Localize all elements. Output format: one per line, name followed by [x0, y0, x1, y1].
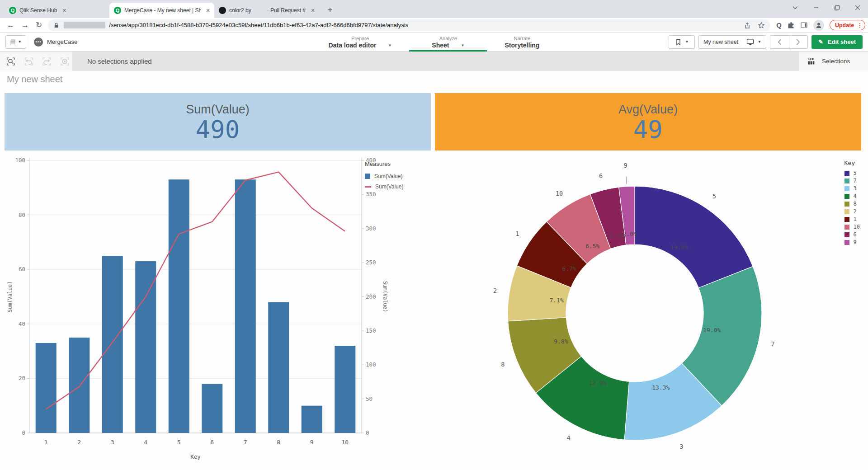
slice-key-label: 9: [623, 162, 627, 169]
left-axis-tick-label: 80: [19, 212, 25, 218]
bar[interactable]: [102, 256, 123, 433]
step-back-icon[interactable]: [21, 53, 37, 69]
bar[interactable]: [36, 343, 57, 433]
bar[interactable]: [169, 179, 189, 433]
bar[interactable]: [302, 406, 322, 433]
x-axis-tick-label: 9: [310, 439, 314, 446]
x-axis-tick-label: 3: [111, 439, 114, 446]
sheet-area: My new sheet Sum(Value) 490 Avg(Value) 4…: [0, 71, 868, 470]
x-axis-tick-label: 4: [144, 439, 147, 446]
line-series[interactable]: [46, 172, 345, 409]
browser-tab[interactable]: QQlik Sense Hub✕: [5, 3, 109, 18]
selections-label: Selections: [822, 58, 850, 65]
slice-key-label: 8: [501, 361, 505, 368]
kpi-row: Sum(Value) 490 Avg(Value) 49: [5, 93, 861, 150]
x-axis-title: Key: [190, 453, 201, 460]
menu-dots-icon: ⋮: [857, 22, 863, 28]
extensions-puzzle-icon[interactable]: [787, 21, 795, 29]
selections-bar: No selections applied Selections: [0, 52, 868, 71]
donut-slice[interactable]: [635, 186, 753, 288]
kpi-sum-value[interactable]: Sum(Value) 490: [5, 93, 431, 150]
forward-icon[interactable]: →: [21, 21, 29, 29]
right-axis-tick-label: 200: [366, 293, 376, 300]
bookmark-star-icon[interactable]: [758, 22, 765, 29]
smart-search-icon[interactable]: [3, 53, 19, 69]
slice-percent-label: 19.0%: [703, 327, 721, 334]
slice-key-label: 4: [566, 434, 570, 442]
kpi-value: 49: [633, 116, 663, 143]
back-icon[interactable]: ←: [7, 21, 14, 29]
right-axis-tick-label: 300: [366, 225, 376, 232]
x-axis-tick-label: 2: [77, 439, 81, 446]
bar[interactable]: [335, 346, 355, 433]
q-extension-icon[interactable]: Q: [776, 21, 782, 29]
close-window-icon[interactable]: [847, 0, 868, 15]
tab-close-icon[interactable]: ✕: [309, 7, 316, 14]
tab-search-icon[interactable]: [785, 0, 806, 15]
bar[interactable]: [69, 338, 90, 433]
reload-icon[interactable]: ↻: [36, 21, 42, 29]
donut-chart[interactable]: Key 57348211069 19.0%519.0%713.3%312.9%4…: [432, 155, 863, 465]
new-tab-button[interactable]: +: [324, 4, 336, 16]
left-axis-tick-label: 100: [15, 157, 25, 164]
browser-tab[interactable]: QMergeCase - My new sheet | She✕: [109, 3, 214, 18]
chevron-down-icon: ▼: [461, 42, 464, 49]
legend-label: Sum(Value): [375, 183, 403, 190]
tab-close-icon[interactable]: ✕: [204, 7, 212, 14]
selections-tool-button[interactable]: Selections: [799, 52, 868, 71]
share-icon[interactable]: [744, 22, 751, 29]
nav-narrate[interactable]: Narrate Storytelling: [504, 33, 540, 52]
bar[interactable]: [235, 179, 256, 433]
nav-prepare[interactable]: Prepare Data load editor▼: [328, 33, 393, 52]
qlik-nav: Prepare Data load editor▼ Analyze Sheet▼…: [0, 33, 868, 52]
x-axis-tick-label: 7: [244, 439, 247, 446]
sheet-title: My new sheet: [7, 74, 62, 85]
legend-item: Sum(Value): [365, 173, 432, 179]
right-axis-tick-label: 100: [366, 361, 376, 368]
right-axis-tick-label: 0: [366, 429, 369, 436]
profile-avatar[interactable]: [813, 20, 824, 31]
right-axis-tick-label: 250: [366, 259, 376, 266]
tab-title: Qlik Sense Hub: [19, 7, 57, 14]
donut-chart-canvas: 19.0%519.0%713.3%312.9%49.8%87.1%26.7%16…: [432, 155, 863, 465]
tab-strip: QQlik Sense Hub✕QMergeCase - My new shee…: [0, 0, 868, 18]
lock-icon: [53, 22, 59, 28]
kpi-title: Sum(Value): [186, 103, 250, 116]
nav-analyze[interactable]: Analyze Sheet▼: [431, 33, 465, 52]
combo-chart[interactable]: Measures Sum(Value)Sum(Value) 0204060801…: [5, 155, 432, 465]
bar-swatch-icon: [365, 174, 370, 179]
slice-percent-label: 2.0%: [623, 230, 637, 237]
kpi-value: 490: [196, 116, 240, 143]
kpi-avg-value[interactable]: Avg(Value) 49: [435, 93, 861, 150]
restore-icon[interactable]: [826, 0, 847, 15]
side-panel-icon[interactable]: [800, 21, 808, 29]
selections-grid-icon: [807, 57, 815, 65]
minimize-icon[interactable]: [806, 0, 826, 15]
combo-chart-legend: Measures Sum(Value)Sum(Value): [365, 160, 432, 194]
kpi-title: Avg(Value): [618, 103, 678, 116]
tab-close-icon[interactable]: ✕: [61, 7, 68, 14]
selection-tools: [0, 52, 72, 71]
bar[interactable]: [135, 261, 156, 433]
omnibox-actions: [744, 22, 765, 29]
slice-key-label: 10: [556, 190, 563, 197]
bar[interactable]: [202, 384, 222, 433]
slice-percent-label: 6.5%: [585, 243, 599, 249]
bar[interactable]: [268, 302, 289, 433]
address-bar[interactable]: /sense/app/30181ecd-db1f-4588-b370-f5924…: [48, 19, 770, 31]
slice-key-label: 5: [712, 193, 716, 200]
slice-percent-label: 13.3%: [652, 384, 670, 391]
slice-percent-label: 7.1%: [550, 297, 564, 304]
nav-group-label: Narrate: [514, 35, 531, 42]
slice-percent-label: 9.8%: [554, 338, 568, 345]
slice-key-label: 2: [493, 287, 497, 294]
clear-selections-icon[interactable]: [57, 53, 73, 69]
slice-key-label: 1: [516, 230, 519, 237]
step-forward-icon[interactable]: [39, 53, 55, 69]
left-axis-tick-label: 60: [19, 266, 25, 273]
browser-tab[interactable]: color2 by· Pull Request #✕: [214, 3, 319, 18]
left-axis-tick-label: 0: [22, 429, 25, 436]
chrome-update-button[interactable]: Update ⋮: [830, 20, 865, 30]
slice-percent-label: 12.9%: [589, 380, 607, 386]
bar-series: [36, 179, 356, 433]
